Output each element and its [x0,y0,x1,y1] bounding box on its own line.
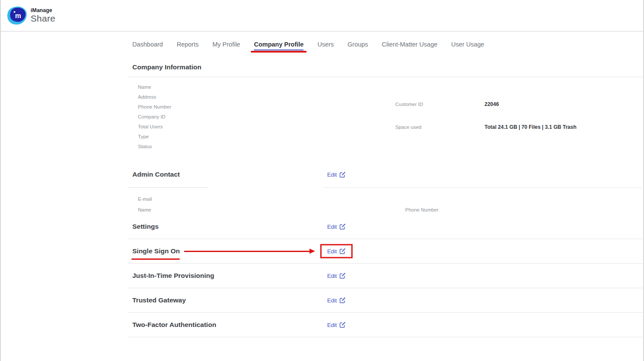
section-company-information: Company Information Name Address Phone N… [128,63,644,152]
field-label-phone-number: Phone Number [138,102,644,112]
tab-groups[interactable]: Groups [347,41,368,50]
admin-contact-edit-button[interactable]: Edit [327,171,346,178]
edit-pencil-square-icon [339,322,346,328]
company-information-title: Company Information [128,63,644,71]
field-label-admin-phone-number: Phone Number [405,205,438,215]
admin-contact-title: Admin Contact [128,171,180,178]
section-admin-contact: Admin Contact Edit E-mail Name Phone Num… [128,169,644,214]
brand-text: iManage Share [31,8,56,23]
edit-label: Edit [327,248,337,255]
edit-pencil-square-icon [339,297,346,304]
edit-pencil-square-icon [339,224,346,230]
annotation-underline-active-tab [251,51,306,53]
field-label-company-id: Company ID [138,112,644,122]
single-sign-on-title: Single Sign On [128,247,180,255]
field-label-email: E-mail [138,194,644,205]
single-sign-on-edit-button[interactable]: Edit [320,244,353,258]
edit-label: Edit [327,322,337,328]
field-label-admin-name: Name [138,205,644,215]
two-factor-authentication-edit-button[interactable]: Edit [327,322,346,328]
company-profile-content: Company Information Name Address Phone N… [128,63,644,337]
two-factor-authentication-title: Two-Factor Authentication [128,321,216,329]
edit-label: Edit [327,171,337,178]
main-nav: Dashboard Reports My Profile Company Pro… [132,41,643,50]
tab-dashboard[interactable]: Dashboard [132,41,163,50]
row-trusted-gateway: Trusted Gateway Edit [128,288,644,313]
admin-contact-header: Admin Contact Edit [128,169,644,188]
just-in-time-provisioning-edit-button[interactable]: Edit [327,273,346,279]
admin-contact-fields: E-mail Name Phone Number [128,188,644,214]
field-label-address: Address [138,92,644,102]
trusted-gateway-title: Trusted Gateway [128,296,186,304]
tab-reports[interactable]: Reports [177,41,199,50]
field-customer-id: Customer ID 22046 [395,101,499,107]
space-used-label: Space used [395,124,485,130]
company-information-header: Company Information [128,63,644,77]
row-just-in-time-provisioning: Just-In-Time Provisioning Edit [128,264,644,288]
tab-company-profile-label: Company Profile [254,41,303,48]
edit-label: Edit [327,297,337,304]
edit-pencil-square-icon [339,248,346,255]
svg-text:m: m [15,12,21,19]
edit-pencil-square-icon [339,273,346,279]
edit-label: Edit [327,224,337,230]
row-settings: Settings Edit [128,215,644,239]
page: m iManage Share Dashboard Reports My Pro… [0,0,644,361]
tab-company-profile[interactable]: Company Profile [254,41,303,50]
company-information-fields: Name Address Phone Number Company ID Tot… [128,77,644,152]
tab-users[interactable]: Users [317,41,334,50]
field-space-used: Space used Total 24.1 GB | 70 Files | 3.… [395,124,576,130]
tab-client-matter-usage[interactable]: Client-Matter Usage [382,41,438,50]
row-single-sign-on: Single Sign On Edit [128,239,644,264]
imanage-share-logo[interactable]: m iManage Share [7,6,56,25]
trusted-gateway-edit-button[interactable]: Edit [327,297,346,304]
settings-edit-button[interactable]: Edit [327,224,346,230]
settings-rows: Settings Edit Single Sign On Edit [128,215,644,337]
settings-title: Settings [128,223,159,230]
brand-product: Share [31,14,56,23]
field-label-status: Status [138,142,644,152]
field-label-type: Type [138,132,644,142]
tab-my-profile[interactable]: My Profile [213,41,240,50]
tab-user-usage[interactable]: User Usage [451,41,485,50]
row-two-factor-authentication: Two-Factor Authentication Edit [128,313,644,337]
just-in-time-provisioning-title: Just-In-Time Provisioning [128,272,214,280]
customer-id-label: Customer ID [395,102,485,107]
annotation-arrow [184,251,310,252]
customer-id-value: 22046 [485,101,499,107]
edit-label: Edit [327,273,337,279]
imanage-logo-icon: m [7,6,28,25]
app-header: m iManage Share [1,0,643,31]
space-used-value: Total 24.1 GB | 70 Files | 3.1 GB Trash [485,124,576,130]
brand-name: iManage [31,8,56,13]
field-label-name: Name [138,82,644,92]
edit-pencil-square-icon [339,171,346,178]
